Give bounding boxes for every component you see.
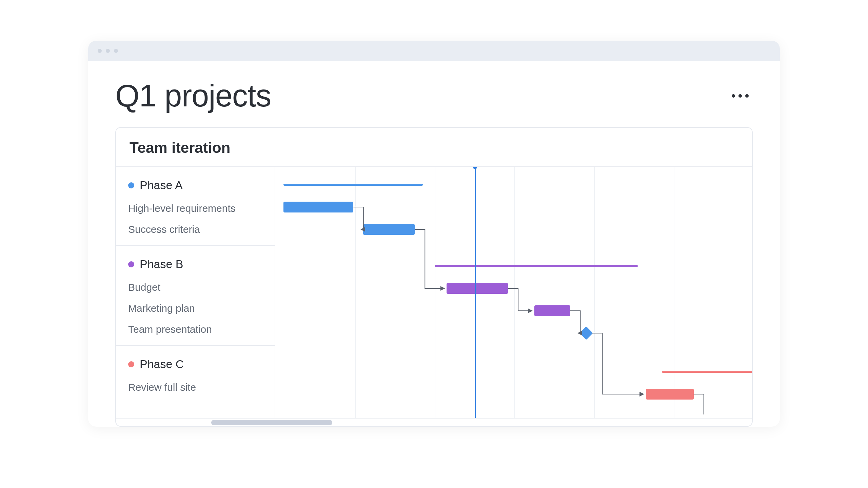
bars-layer [275,167,752,418]
page-title: Q1 projects [115,78,271,114]
group-label: Phase C [140,358,184,371]
group-color-dot [128,261,134,267]
panel-title: Team iteration [130,139,738,156]
group-header[interactable]: Phase B [116,251,275,277]
window-titlebar [88,41,780,61]
app-window: Q1 projects Team iteration Phase A [88,41,780,427]
gantt-chart: Phase A High-level requirements Success … [116,167,752,418]
horizontal-scrollbar[interactable] [116,418,752,426]
milestone[interactable] [579,326,593,340]
timeline[interactable] [275,167,752,418]
today-indicator [475,167,476,418]
task-row[interactable]: Review full site [116,377,275,398]
traffic-light-minimize[interactable] [106,49,110,53]
task-row[interactable]: Success criteria [116,219,275,240]
dots-icon [738,94,742,98]
phase-line[interactable] [662,371,752,373]
task-bar[interactable] [447,283,508,294]
phase-line[interactable] [435,265,638,267]
task-bar[interactable] [534,305,570,316]
more-menu-button[interactable] [728,90,753,102]
gantt-panel: Team iteration Phase A High-level requir… [115,127,753,427]
phase-line[interactable] [283,184,423,186]
group-header[interactable]: Phase A [116,172,275,198]
group-color-dot [128,182,134,188]
group-phase-a: Phase A High-level requirements Success … [116,167,275,246]
scrollbar-thumb[interactable] [211,420,332,425]
task-bar[interactable] [646,389,694,400]
traffic-light-zoom[interactable] [114,49,118,53]
group-phase-c: Phase C Review full site [116,346,275,403]
task-row[interactable]: Marketing plan [116,298,275,319]
task-bar[interactable] [283,202,354,212]
group-header[interactable]: Phase C [116,351,275,377]
group-label: Phase B [140,258,183,271]
task-row[interactable]: Budget [116,277,275,298]
dots-icon [732,94,735,98]
task-bar[interactable] [363,224,415,235]
page-header: Q1 projects [88,61,780,127]
dots-icon [745,94,749,98]
traffic-light-close[interactable] [98,49,102,53]
task-row[interactable]: High-level requirements [116,198,275,219]
group-label: Phase A [140,179,183,192]
task-row[interactable]: Team presentation [116,319,275,340]
group-phase-b: Phase B Budget Marketing plan Team prese… [116,246,275,346]
task-list: Phase A High-level requirements Success … [116,167,275,418]
panel-header: Team iteration [116,128,752,167]
group-color-dot [128,361,134,367]
